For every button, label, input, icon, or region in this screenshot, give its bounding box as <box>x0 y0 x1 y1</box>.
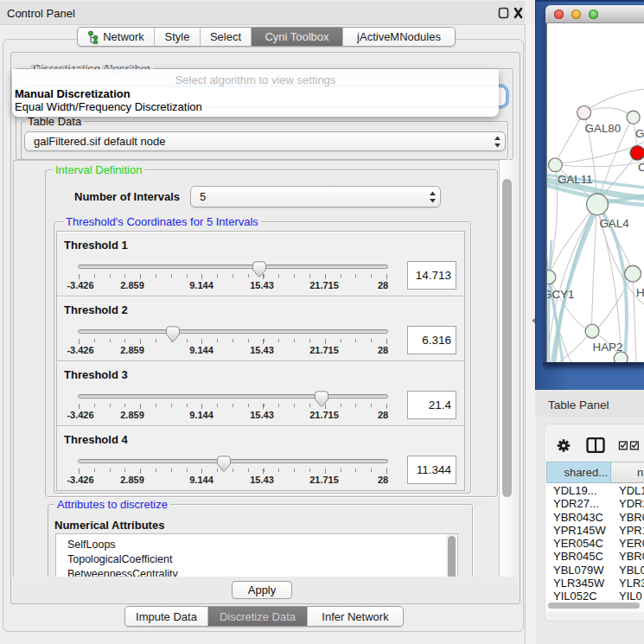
svg-text:GAL80: GAL80 <box>585 122 622 135</box>
svg-text:GAL4: GAL4 <box>599 217 629 230</box>
svg-text:GAL11: GAL11 <box>558 173 593 186</box>
svg-text:G.: G. <box>635 127 644 140</box>
svg-text:C: C <box>638 161 644 174</box>
svg-text:HAP2: HAP2 <box>593 341 623 354</box>
svg-text:GCY1: GCY1 <box>546 288 574 301</box>
svg-text:H: H <box>636 286 644 299</box>
